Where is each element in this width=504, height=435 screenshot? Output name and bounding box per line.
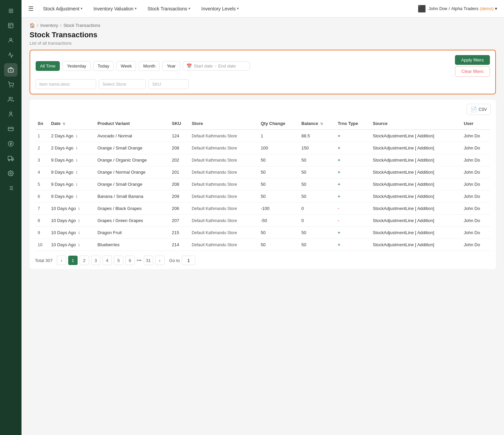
analytics-icon[interactable] (4, 48, 17, 62)
svg-point-7 (9, 97, 11, 99)
list-icon[interactable] (4, 181, 17, 195)
filter-search-row: Select Store (36, 79, 490, 89)
home-icon[interactable]: 🏠 (30, 23, 35, 28)
time-btn-year[interactable]: Year (162, 61, 180, 71)
col-date[interactable]: Date ⇅ (48, 118, 95, 130)
cell-user: John Do (461, 178, 491, 190)
col-store: Store (189, 118, 258, 130)
sku-input[interactable] (149, 79, 189, 89)
main-area: ☰ Stock Adjustment ▾ Inventory Valuation… (22, 0, 504, 435)
cell-user: John Do (461, 215, 491, 227)
delivery-icon[interactable] (4, 152, 17, 165)
info-icon[interactable]: ℹ (76, 170, 77, 174)
next-page-button[interactable]: › (155, 256, 165, 265)
csv-label: CSV (478, 107, 487, 112)
stock-adjustment-menu[interactable]: Stock Adjustment ▾ (39, 4, 87, 13)
apply-filters-button[interactable]: Apply filters (455, 55, 490, 65)
stock-adjustment-label: Stock Adjustment (43, 6, 79, 11)
info-icon[interactable]: ℹ (76, 182, 77, 186)
demo-badge: (demo) (480, 6, 494, 11)
cell-trns-type: + (335, 130, 370, 142)
svg-point-1 (10, 38, 12, 40)
time-btn-today[interactable]: Today (93, 61, 114, 71)
cell-trns-type: + (335, 166, 370, 178)
info-icon[interactable]: ℹ (78, 219, 80, 223)
svg-point-6 (12, 87, 13, 87)
table-row: 5 9 Days Ago ℹ Orange / Small Orange 208… (35, 178, 491, 190)
cell-store: Default Kathmandu Store (189, 227, 258, 239)
inventory-icon[interactable] (4, 63, 17, 77)
cell-sku: 215 (169, 227, 189, 239)
cell-user: John Do (461, 142, 491, 154)
cell-balance: 50 (299, 178, 335, 190)
menu-toggle-icon[interactable]: ☰ (28, 5, 34, 12)
info-icon[interactable]: ℹ (76, 158, 77, 162)
person-icon[interactable] (4, 107, 17, 121)
page-content: 🏠 / Inventory / Stock Transactions Stock… (22, 17, 504, 435)
info-icon[interactable]: ℹ (78, 207, 80, 211)
csv-export-button[interactable]: 📄 CSV (467, 104, 491, 115)
chevron-down-icon: ▾ (188, 6, 191, 11)
cell-store: Default Kathmandu Store (189, 154, 258, 166)
cell-date: 9 Days Ago ℹ (48, 154, 95, 166)
inventory-valuation-menu[interactable]: Inventory Valuation ▾ (89, 4, 141, 13)
money-icon[interactable] (4, 137, 17, 150)
page-6-button[interactable]: 6 (125, 256, 135, 265)
time-btn-week[interactable]: Week (116, 61, 136, 71)
reports-icon[interactable] (4, 19, 17, 32)
time-btn-month[interactable]: Month (139, 61, 160, 71)
svg-rect-9 (8, 127, 13, 131)
info-icon[interactable]: ℹ (78, 243, 80, 247)
page-5-button[interactable]: 5 (114, 256, 123, 265)
cart-icon[interactable] (4, 78, 17, 91)
item-search-input[interactable] (36, 79, 96, 89)
users-icon[interactable] (4, 34, 17, 47)
table-row: 10 10 Days Ago ℹ Blueberries 214 Default… (35, 239, 491, 251)
sidebar: ⊞ (0, 0, 22, 435)
info-icon[interactable]: ℹ (76, 146, 77, 150)
cell-date: 2 Days Ago ℹ (48, 130, 95, 142)
cell-qty-change: 50 (258, 190, 299, 203)
time-btn-all-time[interactable]: All Time (36, 61, 60, 71)
cell-balance: 50 (299, 190, 335, 203)
end-date-placeholder: End date (218, 63, 236, 69)
user-info[interactable]: John Doe / Alpha Traders (demo) ▾ (429, 6, 497, 11)
page-1-button[interactable]: 1 (68, 256, 78, 265)
inventory-levels-label: Inventory Levels (201, 6, 236, 11)
table-row: 4 9 Days Ago ℹ Orange / Normal Orange 20… (35, 166, 491, 178)
last-page-button[interactable]: 31 (144, 256, 153, 265)
cell-trns-type: + (335, 142, 370, 154)
info-icon[interactable]: ℹ (76, 194, 77, 199)
page-2-button[interactable]: 2 (80, 256, 89, 265)
stock-transactions-menu[interactable]: Stock Transactions ▾ (143, 4, 195, 13)
cell-sn: 5 (35, 178, 48, 190)
cell-sn: 1 (35, 130, 48, 142)
inventory-levels-menu[interactable]: Inventory Levels ▾ (197, 4, 243, 13)
time-btn-yesterday[interactable]: Yesterday (62, 61, 90, 71)
card-icon[interactable] (4, 122, 17, 136)
svg-point-15 (10, 173, 12, 174)
cell-sku: 208 (169, 178, 189, 190)
page-3-button[interactable]: 3 (91, 256, 100, 265)
goto-input[interactable] (182, 256, 195, 265)
cell-store: Default Kathmandu Store (189, 203, 258, 215)
team-icon[interactable] (4, 93, 17, 106)
cell-date: 10 Days Ago ℹ (48, 215, 95, 227)
dashboard-icon[interactable]: ⊞ (4, 4, 17, 17)
clear-filters-button[interactable]: Clear filters (455, 66, 490, 77)
date-range-input[interactable]: 📅 Start date - End date (183, 61, 250, 71)
prev-page-button[interactable]: ‹ (57, 256, 66, 265)
inventory-valuation-label: Inventory Valuation (93, 6, 133, 11)
settings-icon[interactable] (4, 167, 17, 180)
info-icon[interactable]: ℹ (78, 231, 80, 235)
info-icon[interactable]: ℹ (76, 134, 77, 138)
cell-product: Orange / Organic Orange (95, 154, 169, 166)
user-chevron-icon: ▾ (495, 6, 497, 11)
chevron-down-icon: ▾ (135, 6, 137, 11)
col-qty-change: Qty Change (258, 118, 299, 130)
col-balance[interactable]: Balance ⇅ (299, 118, 335, 130)
page-4-button[interactable]: 4 (102, 256, 112, 265)
store-select[interactable]: Select Store (99, 79, 146, 89)
breadcrumb-inventory[interactable]: Inventory (40, 23, 58, 28)
cell-product: Orange / Normal Orange (95, 166, 169, 178)
